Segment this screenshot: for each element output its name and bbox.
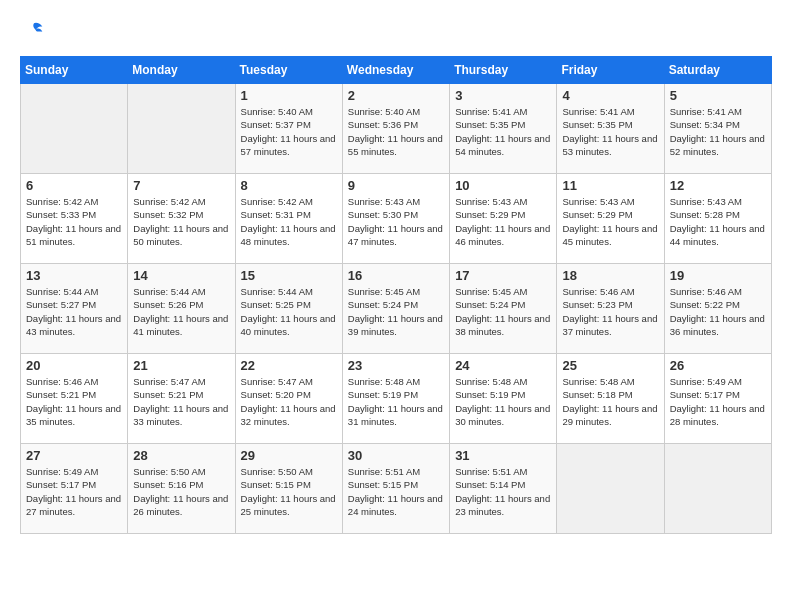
daylight-text: Daylight: 11 hours and 24 minutes.: [348, 493, 443, 517]
sunrise-text: Sunrise: 5:44 AM: [133, 286, 205, 297]
day-number: 1: [241, 88, 337, 103]
logo-bird-icon: [24, 20, 44, 40]
daylight-text: Daylight: 11 hours and 26 minutes.: [133, 493, 228, 517]
day-number: 5: [670, 88, 766, 103]
sunset-text: Sunset: 5:15 PM: [241, 479, 311, 490]
sunrise-text: Sunrise: 5:41 AM: [562, 106, 634, 117]
sunrise-text: Sunrise: 5:47 AM: [241, 376, 313, 387]
day-number: 31: [455, 448, 551, 463]
page-header: [20, 20, 772, 40]
calendar-cell: 27Sunrise: 5:49 AMSunset: 5:17 PMDayligh…: [21, 444, 128, 534]
day-number: 15: [241, 268, 337, 283]
calendar-cell: 22Sunrise: 5:47 AMSunset: 5:20 PMDayligh…: [235, 354, 342, 444]
day-info: Sunrise: 5:40 AMSunset: 5:37 PMDaylight:…: [241, 105, 337, 158]
daylight-text: Daylight: 11 hours and 41 minutes.: [133, 313, 228, 337]
day-number: 16: [348, 268, 444, 283]
daylight-text: Daylight: 11 hours and 51 minutes.: [26, 223, 121, 247]
sunrise-text: Sunrise: 5:40 AM: [241, 106, 313, 117]
calendar-week-row: 27Sunrise: 5:49 AMSunset: 5:17 PMDayligh…: [21, 444, 772, 534]
sunset-text: Sunset: 5:24 PM: [348, 299, 418, 310]
day-number: 23: [348, 358, 444, 373]
calendar-cell: 31Sunrise: 5:51 AMSunset: 5:14 PMDayligh…: [450, 444, 557, 534]
day-number: 22: [241, 358, 337, 373]
day-info: Sunrise: 5:46 AMSunset: 5:23 PMDaylight:…: [562, 285, 658, 338]
sunset-text: Sunset: 5:17 PM: [670, 389, 740, 400]
day-info: Sunrise: 5:41 AMSunset: 5:35 PMDaylight:…: [455, 105, 551, 158]
day-number: 7: [133, 178, 229, 193]
day-number: 25: [562, 358, 658, 373]
daylight-text: Daylight: 11 hours and 36 minutes.: [670, 313, 765, 337]
day-info: Sunrise: 5:50 AMSunset: 5:15 PMDaylight:…: [241, 465, 337, 518]
day-number: 10: [455, 178, 551, 193]
weekday-header-tuesday: Tuesday: [235, 57, 342, 84]
sunrise-text: Sunrise: 5:48 AM: [562, 376, 634, 387]
sunset-text: Sunset: 5:35 PM: [455, 119, 525, 130]
weekday-header-saturday: Saturday: [664, 57, 771, 84]
sunset-text: Sunset: 5:27 PM: [26, 299, 96, 310]
day-info: Sunrise: 5:41 AMSunset: 5:35 PMDaylight:…: [562, 105, 658, 158]
weekday-header-sunday: Sunday: [21, 57, 128, 84]
daylight-text: Daylight: 11 hours and 27 minutes.: [26, 493, 121, 517]
sunset-text: Sunset: 5:33 PM: [26, 209, 96, 220]
calendar-cell: 15Sunrise: 5:44 AMSunset: 5:25 PMDayligh…: [235, 264, 342, 354]
sunrise-text: Sunrise: 5:44 AM: [26, 286, 98, 297]
calendar-cell: 19Sunrise: 5:46 AMSunset: 5:22 PMDayligh…: [664, 264, 771, 354]
day-info: Sunrise: 5:42 AMSunset: 5:31 PMDaylight:…: [241, 195, 337, 248]
daylight-text: Daylight: 11 hours and 25 minutes.: [241, 493, 336, 517]
day-info: Sunrise: 5:49 AMSunset: 5:17 PMDaylight:…: [670, 375, 766, 428]
calendar-cell: 28Sunrise: 5:50 AMSunset: 5:16 PMDayligh…: [128, 444, 235, 534]
day-info: Sunrise: 5:47 AMSunset: 5:21 PMDaylight:…: [133, 375, 229, 428]
sunrise-text: Sunrise: 5:42 AM: [241, 196, 313, 207]
day-info: Sunrise: 5:44 AMSunset: 5:27 PMDaylight:…: [26, 285, 122, 338]
sunrise-text: Sunrise: 5:44 AM: [241, 286, 313, 297]
day-info: Sunrise: 5:46 AMSunset: 5:21 PMDaylight:…: [26, 375, 122, 428]
calendar-cell: 24Sunrise: 5:48 AMSunset: 5:19 PMDayligh…: [450, 354, 557, 444]
sunset-text: Sunset: 5:19 PM: [455, 389, 525, 400]
daylight-text: Daylight: 11 hours and 44 minutes.: [670, 223, 765, 247]
calendar-cell: [128, 84, 235, 174]
logo: [20, 20, 44, 40]
calendar-cell: 8Sunrise: 5:42 AMSunset: 5:31 PMDaylight…: [235, 174, 342, 264]
day-info: Sunrise: 5:42 AMSunset: 5:33 PMDaylight:…: [26, 195, 122, 248]
sunrise-text: Sunrise: 5:45 AM: [455, 286, 527, 297]
daylight-text: Daylight: 11 hours and 38 minutes.: [455, 313, 550, 337]
calendar-cell: 3Sunrise: 5:41 AMSunset: 5:35 PMDaylight…: [450, 84, 557, 174]
day-number: 9: [348, 178, 444, 193]
weekday-header-monday: Monday: [128, 57, 235, 84]
day-number: 28: [133, 448, 229, 463]
daylight-text: Daylight: 11 hours and 32 minutes.: [241, 403, 336, 427]
sunrise-text: Sunrise: 5:46 AM: [670, 286, 742, 297]
calendar-cell: [664, 444, 771, 534]
sunrise-text: Sunrise: 5:45 AM: [348, 286, 420, 297]
day-info: Sunrise: 5:49 AMSunset: 5:17 PMDaylight:…: [26, 465, 122, 518]
sunset-text: Sunset: 5:18 PM: [562, 389, 632, 400]
day-number: 30: [348, 448, 444, 463]
sunset-text: Sunset: 5:23 PM: [562, 299, 632, 310]
day-number: 24: [455, 358, 551, 373]
daylight-text: Daylight: 11 hours and 29 minutes.: [562, 403, 657, 427]
calendar-cell: 17Sunrise: 5:45 AMSunset: 5:24 PMDayligh…: [450, 264, 557, 354]
sunrise-text: Sunrise: 5:43 AM: [348, 196, 420, 207]
daylight-text: Daylight: 11 hours and 53 minutes.: [562, 133, 657, 157]
day-number: 6: [26, 178, 122, 193]
day-info: Sunrise: 5:51 AMSunset: 5:15 PMDaylight:…: [348, 465, 444, 518]
sunset-text: Sunset: 5:21 PM: [26, 389, 96, 400]
sunrise-text: Sunrise: 5:43 AM: [562, 196, 634, 207]
sunset-text: Sunset: 5:19 PM: [348, 389, 418, 400]
daylight-text: Daylight: 11 hours and 28 minutes.: [670, 403, 765, 427]
calendar-cell: 5Sunrise: 5:41 AMSunset: 5:34 PMDaylight…: [664, 84, 771, 174]
sunset-text: Sunset: 5:20 PM: [241, 389, 311, 400]
calendar-week-row: 1Sunrise: 5:40 AMSunset: 5:37 PMDaylight…: [21, 84, 772, 174]
sunset-text: Sunset: 5:29 PM: [562, 209, 632, 220]
day-info: Sunrise: 5:40 AMSunset: 5:36 PMDaylight:…: [348, 105, 444, 158]
sunrise-text: Sunrise: 5:49 AM: [670, 376, 742, 387]
sunrise-text: Sunrise: 5:50 AM: [133, 466, 205, 477]
calendar-week-row: 6Sunrise: 5:42 AMSunset: 5:33 PMDaylight…: [21, 174, 772, 264]
weekday-header-thursday: Thursday: [450, 57, 557, 84]
sunset-text: Sunset: 5:32 PM: [133, 209, 203, 220]
calendar-header: SundayMondayTuesdayWednesdayThursdayFrid…: [21, 57, 772, 84]
day-info: Sunrise: 5:42 AMSunset: 5:32 PMDaylight:…: [133, 195, 229, 248]
day-number: 12: [670, 178, 766, 193]
calendar-cell: 6Sunrise: 5:42 AMSunset: 5:33 PMDaylight…: [21, 174, 128, 264]
sunrise-text: Sunrise: 5:43 AM: [455, 196, 527, 207]
